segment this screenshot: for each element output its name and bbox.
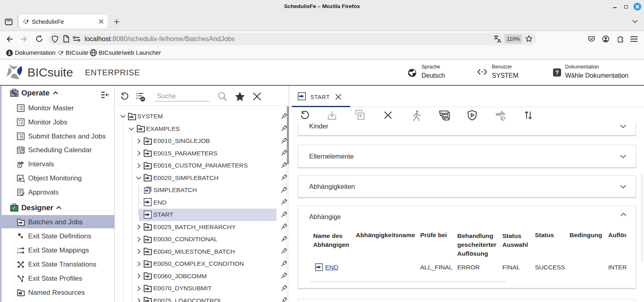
svg-text:1: 1 <box>17 247 19 251</box>
svg-text:0: 0 <box>17 251 19 255</box>
svg-text:A: A <box>497 38 501 43</box>
